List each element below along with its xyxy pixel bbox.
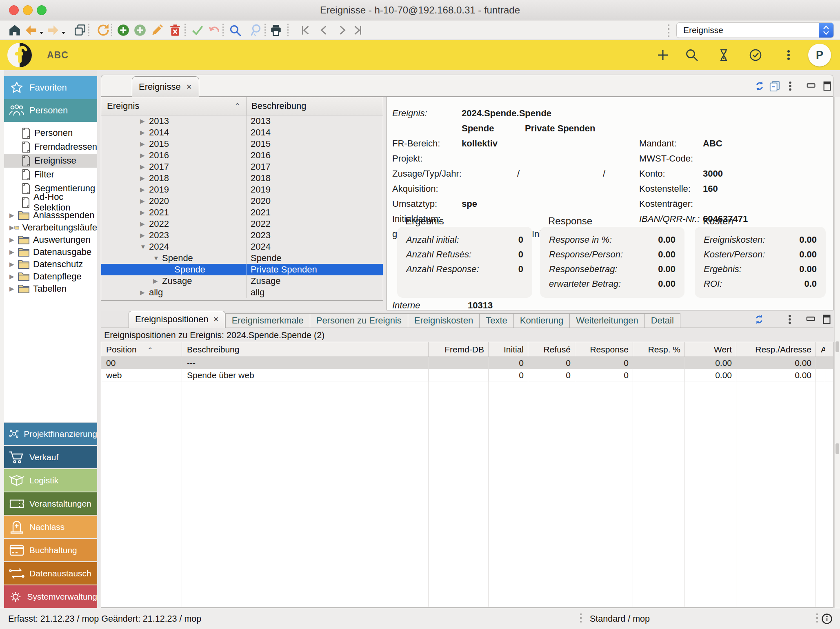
- sidebar-section-personen[interactable]: Personen: [4, 99, 97, 122]
- sidebar-section-nachlass[interactable]: Nachlass: [4, 516, 97, 538]
- tab-personen-zu-ereignis[interactable]: Personen zu Ereignis: [310, 313, 408, 328]
- table-cell[interactable]: 0.00: [736, 357, 816, 369]
- print-icon[interactable]: [269, 24, 282, 37]
- expand-arrow-icon[interactable]: ▶: [153, 275, 162, 287]
- tab-ereignispositionen[interactable]: Ereignispositionen×: [129, 311, 225, 328]
- column-header-initial[interactable]: Initial: [489, 342, 528, 357]
- table-cell[interactable]: Spende über web: [182, 369, 429, 381]
- scrollbar-thumb[interactable]: [836, 341, 839, 352]
- nav-next-icon[interactable]: [336, 24, 349, 37]
- back-icon[interactable]: [24, 24, 38, 37]
- caret-down-icon[interactable]: [39, 30, 44, 35]
- tree-row-2016[interactable]: ▶2016 2016: [101, 150, 383, 161]
- info-icon[interactable]: [821, 613, 833, 625]
- expand-arrow-icon[interactable]: ▶: [140, 115, 149, 127]
- table-cell[interactable]: 0: [528, 369, 575, 381]
- edit-icon[interactable]: [151, 24, 164, 37]
- user-avatar[interactable]: P: [808, 44, 831, 66]
- kebab-icon[interactable]: [782, 48, 796, 62]
- sidebar-section-favoriten[interactable]: Favoriten: [4, 76, 97, 99]
- scrollbar-thumb[interactable]: [836, 443, 839, 454]
- confirm-icon[interactable]: [191, 24, 204, 37]
- tab-texte[interactable]: Texte: [480, 313, 514, 328]
- collapse-arrow-icon[interactable]: ▼: [153, 252, 162, 264]
- column-header-beschreibung[interactable]: Beschreibung: [182, 342, 429, 357]
- expand-arrow-icon[interactable]: ▶: [9, 285, 18, 292]
- sidebar-item-verarbeitungsl-ufe[interactable]: ▶Verarbeitungsläufe: [4, 221, 97, 234]
- table-cell[interactable]: 0.00: [736, 369, 816, 381]
- tab-ereigniskosten[interactable]: Ereigniskosten: [408, 313, 480, 328]
- positions-menu-kebab-icon[interactable]: [784, 314, 796, 325]
- expand-arrow-icon[interactable]: ▶: [140, 150, 149, 161]
- sidebar-item-datenschutz[interactable]: ▶Datenschutz: [4, 258, 97, 270]
- sidebar-item-ereignisse[interactable]: Ereignisse: [4, 154, 97, 168]
- nav-prev-icon[interactable]: [318, 24, 331, 37]
- table-cell[interactable]: 0: [489, 357, 528, 369]
- refresh-icon[interactable]: [97, 24, 110, 37]
- expand-arrow-icon[interactable]: ▶: [9, 236, 18, 244]
- table-cell[interactable]: 0.00: [685, 357, 736, 369]
- sidebar-section-datenaustausch[interactable]: Datenaustausch: [4, 562, 97, 585]
- sidebar-item-filter[interactable]: Filter: [4, 168, 97, 182]
- sidebar-section-logistik[interactable]: Logistik: [4, 469, 97, 492]
- tree-row-zusage[interactable]: ▶Zusage Zusage: [101, 275, 383, 287]
- search-icon[interactable]: [685, 48, 699, 62]
- collapse-arrow-icon[interactable]: ▼: [140, 241, 149, 252]
- sidebar-section-veranstaltungen[interactable]: Veranstaltungen: [4, 492, 97, 515]
- table-cell[interactable]: [633, 357, 685, 369]
- context-selector[interactable]: Ereignisse: [676, 22, 834, 38]
- expand-arrow-icon[interactable]: ▶: [140, 161, 149, 173]
- undo-icon[interactable]: [207, 24, 220, 37]
- column-header-wert[interactable]: Wert: [685, 342, 736, 357]
- search-icon[interactable]: [229, 24, 242, 37]
- tree-row-2013[interactable]: ▶2013 2013: [101, 115, 383, 127]
- table-cell[interactable]: 00: [101, 357, 182, 369]
- column-header-refus[interactable]: Refusé: [528, 342, 575, 357]
- search-alt-icon[interactable]: [250, 24, 263, 37]
- expand-arrow-icon[interactable]: ▶: [140, 184, 149, 195]
- expand-arrow-icon[interactable]: ▶: [9, 248, 18, 256]
- column-header-response[interactable]: Response: [575, 342, 633, 357]
- view-menu-kebab-icon[interactable]: [784, 80, 796, 92]
- table-cell[interactable]: 0: [528, 357, 575, 369]
- add-alt-icon[interactable]: [133, 24, 147, 37]
- plus-icon[interactable]: [656, 48, 670, 62]
- maximize-panel-icon[interactable]: [822, 80, 833, 92]
- tree-column-beschreibung[interactable]: Beschreibung: [247, 97, 383, 115]
- refresh-view-icon[interactable]: [754, 80, 765, 92]
- tree-row-2018[interactable]: ▶2018 2018: [101, 173, 383, 184]
- tree-row-2015[interactable]: ▶2015 2015: [101, 138, 383, 150]
- sidebar-item-personen[interactable]: Personen: [4, 126, 97, 140]
- tree-column-ereignis[interactable]: Ereignis ⌃: [101, 97, 247, 115]
- nav-first-icon[interactable]: [299, 24, 312, 37]
- tree-row-spende[interactable]: ▼Spende Spende: [101, 252, 383, 264]
- sidebar-item-ad-hoc-selektion[interactable]: Ad-Hoc Selektion: [4, 195, 97, 209]
- sidebar-section-projektfinanzierung[interactable]: Projektfinanzierung: [4, 423, 97, 445]
- duplicate-view-icon[interactable]: [769, 80, 780, 92]
- minimize-positions-icon[interactable]: [805, 314, 817, 325]
- tree-row-allg[interactable]: ▶allg allg: [101, 287, 383, 298]
- caret-down-icon[interactable]: [61, 30, 66, 35]
- tree-row-2020[interactable]: ▶2020 2020: [101, 195, 383, 207]
- tree-row-2023[interactable]: ▶2023 2023: [101, 230, 383, 241]
- table-cell[interactable]: 0.00: [685, 369, 736, 381]
- tab-kontierung[interactable]: Kontierung: [514, 313, 570, 328]
- refresh-positions-icon[interactable]: [753, 314, 765, 325]
- nav-last-icon[interactable]: [351, 24, 364, 37]
- tree-row-2014[interactable]: ▶2014 2014: [101, 127, 383, 138]
- sidebar-section-verkauf[interactable]: Verkauf: [4, 446, 97, 468]
- expand-arrow-icon[interactable]: ▶: [140, 195, 149, 207]
- maximize-positions-icon[interactable]: [821, 314, 833, 325]
- sidebar-section-systemverwaltung[interactable]: Systemverwaltung: [4, 585, 97, 608]
- expand-arrow-icon[interactable]: ▶: [9, 212, 18, 219]
- expand-arrow-icon[interactable]: ▶: [140, 173, 149, 184]
- home-icon[interactable]: [8, 24, 21, 37]
- table-cell[interactable]: web: [101, 369, 182, 381]
- expand-arrow-icon[interactable]: ▶: [140, 127, 149, 138]
- sidebar-item-tabellen[interactable]: ▶Tabellen: [4, 283, 97, 295]
- column-header-resp[interactable]: Resp. %: [633, 342, 685, 357]
- sidebar-item-auswertungen[interactable]: ▶Auswertungen: [4, 234, 97, 246]
- expand-arrow-icon[interactable]: ▶: [9, 273, 18, 280]
- tree-row-2019[interactable]: ▶2019 2019: [101, 184, 383, 195]
- sidebar-item-anlassspenden[interactable]: ▶Anlassspenden: [4, 209, 97, 221]
